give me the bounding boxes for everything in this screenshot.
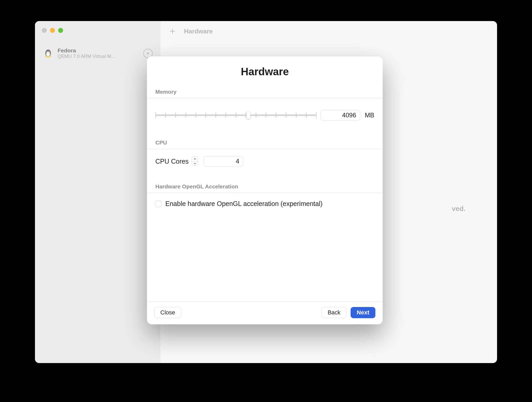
vm-subtitle: QEMU 7.0 ARM Virtual M… <box>58 54 116 59</box>
traffic-zoom-icon[interactable] <box>58 28 63 33</box>
cpu-cores-label: CPU Cores <box>155 158 188 165</box>
linux-penguin-icon <box>42 48 54 59</box>
cpu-cores-stepper[interactable] <box>192 157 198 166</box>
memory-input[interactable] <box>321 110 360 120</box>
memory-slider[interactable] <box>155 110 316 120</box>
cpu-section-label: CPU <box>147 133 383 149</box>
cpu-cores-input[interactable] <box>204 156 243 167</box>
traffic-close-icon[interactable] <box>42 28 47 33</box>
sidebar-item-vm[interactable]: Fedora QEMU 7.0 ARM Virtual M… <box>40 45 155 62</box>
back-button[interactable]: Back <box>321 307 346 318</box>
window-traffic-lights <box>42 28 63 33</box>
background-obscured-text: ved. <box>452 205 465 213</box>
gl-acceleration-checkbox[interactable] <box>155 201 162 207</box>
add-button[interactable] <box>167 26 178 37</box>
memory-unit: MB <box>365 112 374 119</box>
svg-point-6 <box>49 51 49 52</box>
sheet-footer: Close Back Next <box>147 302 383 324</box>
vm-name: Fedora <box>58 47 116 54</box>
toolbar: Hardware <box>160 21 497 42</box>
sheet-title: Hardware <box>147 56 383 82</box>
memory-section-label: Memory <box>147 82 383 98</box>
gl-acceleration-label: Enable hardware OpenGL acceleration (exp… <box>165 200 323 208</box>
next-button[interactable]: Next <box>351 307 375 318</box>
svg-point-5 <box>47 51 47 52</box>
sidebar: Fedora QEMU 7.0 ARM Virtual M… <box>35 21 160 363</box>
svg-point-2 <box>46 52 50 57</box>
gl-section-label: Hardware OpenGL Acceleration <box>147 177 383 193</box>
hardware-wizard-sheet: Hardware Memory MB CPU CPU Cores <box>147 56 383 324</box>
chevron-up-icon[interactable] <box>192 157 198 162</box>
toolbar-title: Hardware <box>184 28 213 35</box>
chevron-down-icon[interactable] <box>192 162 198 166</box>
traffic-minimize-icon[interactable] <box>50 28 55 33</box>
close-button[interactable]: Close <box>154 307 181 318</box>
